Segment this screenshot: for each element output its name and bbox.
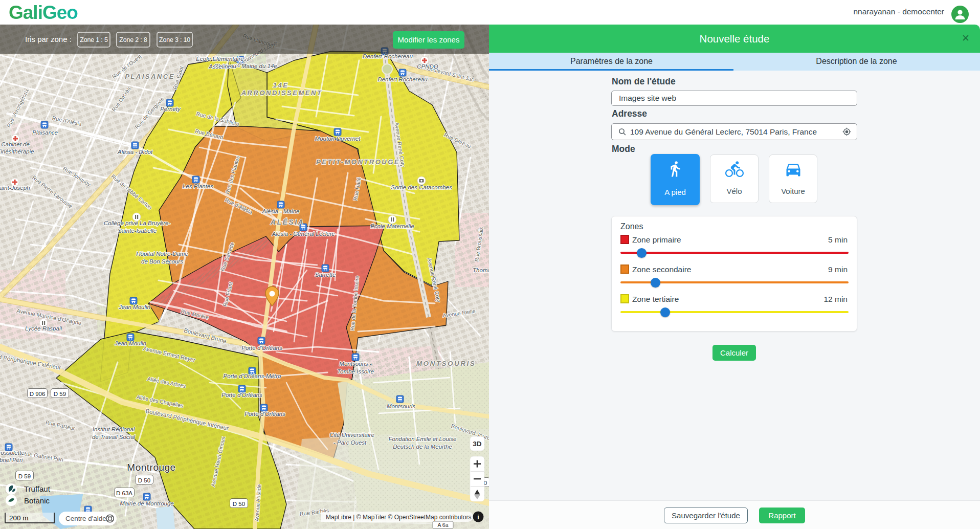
svg-text:École Élémentaire: École Élémentaire xyxy=(196,56,243,62)
svg-text:Truffaut: Truffaut xyxy=(24,484,51,493)
svg-text:3D: 3D xyxy=(473,440,482,448)
svg-text:200 m: 200 m xyxy=(9,514,29,522)
svg-text:Alésia - Maine: Alésia - Maine xyxy=(262,208,300,214)
svg-text:Zone 1 : 5: Zone 1 : 5 xyxy=(80,36,108,43)
svg-text:D 906: D 906 xyxy=(30,391,46,397)
svg-text:Centre d'aide: Centre d'aide xyxy=(65,515,106,522)
svg-text:Botanic: Botanic xyxy=(24,496,50,505)
svg-text:Mairie de Montrouge: Mairie de Montrouge xyxy=(120,500,173,506)
svg-text:MapLibre | © MapTiler © OpenSt: MapLibre | © MapTiler © OpenStreetMap co… xyxy=(326,514,471,521)
svg-text:Porte d'Orléans-Métro: Porte d'Orléans-Métro xyxy=(224,373,281,379)
svg-text:e Brossolette: e Brossolette xyxy=(0,450,25,456)
svg-text:Porte d'Orléans: Porte d'Orléans xyxy=(221,392,262,398)
svg-text:Montrouge: Montrouge xyxy=(127,462,175,473)
svg-text:École Maternelle: École Maternelle xyxy=(370,223,414,229)
svg-text:Jean Moulin: Jean Moulin xyxy=(114,340,146,346)
svg-text:Collège privé La Bruyère-: Collège privé La Bruyère- xyxy=(104,220,171,226)
svg-text:Alésia - Didot: Alésia - Didot xyxy=(117,149,153,155)
svg-text:Porte d'Orléans: Porte d'Orléans xyxy=(244,411,285,417)
svg-text:Modifier les zones: Modifier les zones xyxy=(398,35,460,44)
svg-text:Jean Moulin: Jean Moulin xyxy=(118,304,150,310)
svg-text:- Parc Ouest: - Parc Ouest xyxy=(333,439,367,446)
svg-text:Deutsch de la Meurthe: Deutsch de la Meurthe xyxy=(393,444,452,450)
svg-text:Kinésithérapie: Kinésithérapie xyxy=(0,148,34,155)
svg-text:Saint-Joseph: Saint-Joseph xyxy=(0,185,30,191)
svg-text:Alésia - Général Leclerc: Alésia - Général Leclerc xyxy=(272,231,335,237)
svg-text:D 50: D 50 xyxy=(233,501,245,507)
svg-text:D 50: D 50 xyxy=(138,477,150,483)
svg-text:Sarrette: Sarrette xyxy=(315,272,336,278)
svg-text:14E: 14E xyxy=(273,81,289,89)
svg-text:Cité Universitaire: Cité Universitaire xyxy=(329,432,374,438)
svg-text:Zone 2 : 8: Zone 2 : 8 xyxy=(119,36,147,43)
svg-text:Pernety: Pernety xyxy=(160,106,181,112)
svg-text:Les Plantes: Les Plantes xyxy=(183,183,213,189)
svg-text:Thoma: Thoma xyxy=(473,267,489,273)
svg-text:Porte d'Orléans: Porte d'Orléans xyxy=(241,345,282,351)
svg-text:Tombe Issoire: Tombe Issoire xyxy=(337,368,374,374)
svg-text:i: i xyxy=(477,513,479,521)
svg-text:Sainte-Isabelle: Sainte-Isabelle xyxy=(118,228,157,234)
svg-text:de Travail Social: de Travail Social xyxy=(92,434,136,440)
svg-text:A 6a: A 6a xyxy=(437,522,448,528)
svg-text:Cabinet de: Cabinet de xyxy=(1,141,30,147)
svg-text:ARRONDISSEMENT: ARRONDISSEMENT xyxy=(241,89,323,97)
svg-text:D 59: D 59 xyxy=(18,473,31,479)
svg-text:D 63A: D 63A xyxy=(116,490,132,496)
svg-text:D 59: D 59 xyxy=(54,391,66,397)
svg-text:Plaisance: Plaisance xyxy=(32,129,58,136)
svg-text:CPNDO: CPNDO xyxy=(417,63,438,70)
svg-text:Asseline: Asseline xyxy=(208,63,231,70)
svg-text:PLAISANCE: PLAISANCE xyxy=(125,73,175,80)
svg-text:Gabriel Péri: Gabriel Péri xyxy=(0,457,23,463)
svg-text:Denfert Rochereau: Denfert Rochereau xyxy=(377,76,428,82)
svg-text:Montsouris: Montsouris xyxy=(387,403,415,409)
svg-text:Fondation Émile et Louise: Fondation Émile et Louise xyxy=(389,436,457,442)
svg-text:de Bon Sécours: de Bon Sécours xyxy=(141,258,183,264)
svg-text:Montsouris -: Montsouris - xyxy=(339,361,371,367)
svg-text:ALÉSIA: ALÉSIA xyxy=(270,218,304,226)
svg-text:PETIT-MONTROUGE: PETIT-MONTROUGE xyxy=(316,158,400,166)
svg-text:Institut Régional: Institut Régional xyxy=(93,426,135,432)
svg-text:MONTSOURIS: MONTSOURIS xyxy=(416,360,476,367)
svg-text:Zone 3 : 10: Zone 3 : 10 xyxy=(159,36,190,43)
svg-text:Sortie des Catacombes: Sortie des Catacombes xyxy=(391,184,452,190)
svg-text:Hôpital Notre-Dame: Hôpital Notre-Dame xyxy=(136,251,188,257)
svg-text:Iris par zone :: Iris par zone : xyxy=(25,35,72,43)
svg-text:Lycée Raspail: Lycée Raspail xyxy=(25,325,62,332)
svg-text:Denfert-Rochereau: Denfert-Rochereau xyxy=(363,53,413,59)
svg-text:Mouton-Duvernet: Mouton-Duvernet xyxy=(315,136,361,142)
